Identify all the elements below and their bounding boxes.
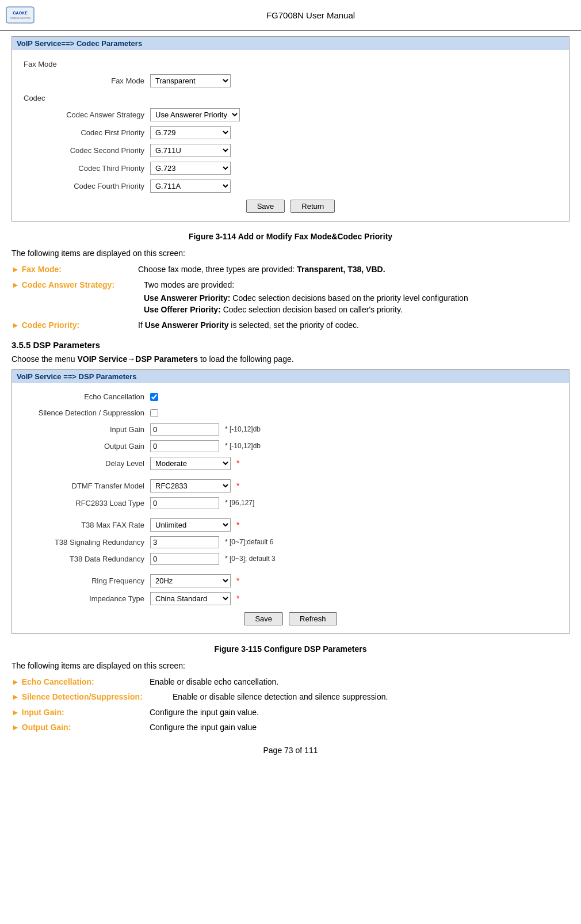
codec-fourth-priority-label: Codec Fourth Priority [24,182,150,190]
desc2-silence-desc: Enable or disable silence detection and … [173,690,569,703]
codec-parameters-panel: VoIP Service==> Codec Parameters Fax Mod… [12,36,569,222]
impedance-type-row: Impedance Type China Standard Other * [12,590,569,608]
desc2-intro: The following items are displayed on thi… [12,659,569,672]
codec-third-priority-row: Codec Third Priority G.723 G.729 G.711U … [12,159,569,177]
t38-max-fax-rate-label: T38 Max FAX Rate [24,521,150,529]
codec-panel-header: VoIP Service==> Codec Parameters [12,37,569,50]
t38-rate-req-star: * [236,520,239,529]
t38-signaling-label: T38 Signaling Redundancy [24,538,150,547]
codec-second-priority-select[interactable]: G.711U G.729 G.711A G.723 [150,144,231,157]
desc2-echo-row: ► Echo Cancellation: Enable or disable e… [12,675,569,688]
input-gain-field[interactable] [150,423,219,436]
t38-signaling-hint: * [0~7];default 6 [225,538,273,546]
desc1-codec-strategy-row: ► Codec Answer Strategy: Two modes are p… [12,278,569,291]
sep2 [12,511,569,516]
desc1-codec-strategy-desc: Two modes are provided: [144,278,569,291]
rfc2833-hint: * [96,127] [225,499,254,507]
dsp-panel-body: Echo Cancellation Silence Detection / Su… [12,383,569,633]
section-355-heading: 3.5.5 DSP Parameters [12,340,569,350]
t38-max-fax-rate-row: T38 Max FAX Rate Unlimited 2400 4800 720… [12,516,569,534]
delay-req-star: * [236,459,239,468]
codec-first-priority-label: Codec First Priority [24,128,150,137]
use-offerer-desc: Codec selection decision based on caller… [223,305,403,314]
desc1-codec-strategy-label: ► Codec Answer Strategy: [12,278,144,291]
figure1-caption: Figure 3-114 Add or Modify Fax Mode&Code… [12,232,569,241]
silence-detection-checkbox[interactable] [150,409,158,417]
desc2-output-gain-label: ► Output Gain: [12,721,150,734]
desc2-silence-row: ► Silence Detection/Suppression: Enable … [12,690,569,703]
ring-freq-req-star: * [236,576,239,585]
codec-answer-strategy-label: Codec Answer Strategy [24,110,150,119]
desc1-fax-mode-label: ► Fax Mode: [12,263,138,276]
figure2-caption: Figure 3-115 Configure DSP Parameters [12,644,569,654]
t38-signaling-field[interactable] [150,536,219,548]
desc1-use-offerer-row: Use Offerer Priority: Codec selection de… [144,305,569,314]
fax-mode-select[interactable]: Transparent T38 VBD [150,74,231,87]
fax-mode-control[interactable]: Transparent T38 VBD [150,74,231,87]
fax-mode-section-label: Fax Mode [12,56,569,72]
rfc2833-load-field[interactable] [150,497,219,509]
ring-frequency-select[interactable]: 20Hz 25Hz 50Hz [150,574,231,587]
codec-second-priority-label: Codec Second Priority [24,146,150,155]
codec-answer-strategy-row: Codec Answer Strategy Use Answerer Prior… [12,106,569,124]
impedance-type-label: Impedance Type [24,594,150,603]
impedance-req-star: * [236,594,239,603]
page-footer: Page 73 of 111 [0,746,581,761]
main-content: VoIP Service==> Codec Parameters Fax Mod… [0,36,581,734]
ring-frequency-row: Ring Frequency 20Hz 25Hz 50Hz * [12,572,569,590]
output-gain-label: Output Gain [24,442,150,450]
codec-fourth-priority-select[interactable]: G.711A G.729 G.711U G.723 [150,180,231,193]
output-gain-field[interactable] [150,440,219,452]
gaoke-logo-icon: GAOKE CREATIVE SOLUTION [6,3,35,26]
desc1-fax-mode-row: ► Fax Mode: Choose fax mode, three types… [12,263,569,276]
document-title: FG7008N User Manual [46,10,575,20]
codec-third-priority-label: Codec Third Priority [24,164,150,173]
desc2-input-gain-row: ► Input Gain: Configure the input gain v… [12,706,569,719]
t38-data-field[interactable] [150,553,219,565]
fax-mode-row: Fax Mode Transparent T38 VBD [12,72,569,90]
codec-second-priority-row: Codec Second Priority G.711U G.729 G.711… [12,142,569,159]
t38-data-hint: * [0~3]; default 3 [225,555,276,563]
fax-mode-label: Fax Mode [24,77,150,85]
dtmf-model-row: DTMF Transfer Model RFC2833 SIP INFO InB… [12,477,569,495]
codec-fourth-priority-row: Codec Fourth Priority G.711A G.729 G.711… [12,177,569,195]
desc1-codec-priority-desc: If Use Answerer Priority is selected, se… [138,319,569,331]
codec-section-label-row: Codec [12,90,569,106]
silence-detection-row: Silence Detection / Suppression [12,405,569,421]
t38-max-fax-rate-select[interactable]: Unlimited 2400 4800 7200 9600 12000 1440… [150,518,231,532]
dsp-save-button[interactable]: Save [244,612,283,625]
echo-cancellation-checkbox[interactable] [150,393,158,401]
codec-third-priority-select[interactable]: G.723 G.729 G.711U G.711A [150,162,231,175]
output-gain-hint: * [-10,12]db [225,442,261,450]
desc2-output-gain-desc: Configure the input gain value [150,721,569,734]
dtmf-req-star: * [236,481,239,490]
logo: GAOKE CREATIVE SOLUTION [6,3,35,26]
delay-level-select[interactable]: Moderate Low High [150,457,231,470]
svg-rect-0 [6,7,34,23]
desc1-intro: The following items are displayed on thi… [12,247,569,259]
page-header: GAOKE CREATIVE SOLUTION FG7008N User Man… [0,0,581,30]
input-gain-hint: * [-10,12]db [225,425,261,433]
codec-save-button[interactable]: Save [246,200,285,213]
t38-data-row: T38 Data Redundancy * [0~3]; default 3 [12,551,569,567]
delay-level-row: Delay Level Moderate Low High * [12,455,569,472]
ring-frequency-label: Ring Frequency [24,576,150,585]
dsp-refresh-button[interactable]: Refresh [289,612,337,625]
use-offerer-label: Use Offerer Priority: [144,305,221,314]
silence-detection-label: Silence Detection / Suppression [24,408,150,417]
t38-signaling-row: T38 Signaling Redundancy * [0~7];default… [12,534,569,551]
dtmf-model-select[interactable]: RFC2833 SIP INFO InBand [150,479,231,492]
desc2-output-gain-row: ► Output Gain: Configure the input gain … [12,721,569,734]
dtmf-model-label: DTMF Transfer Model [24,482,150,490]
page-number: Page 73 of 111 [263,746,318,755]
output-gain-row: Output Gain * [-10,12]db [12,438,569,455]
codec-panel-body: Fax Mode Fax Mode Transparent T38 VBD Co… [12,50,569,221]
input-gain-label: Input Gain [24,425,150,434]
codec-return-button[interactable]: Return [290,200,335,213]
use-answerer-desc: Codec selection decisions based on the p… [232,293,468,303]
codec-first-priority-row: Codec First Priority G.729 G.711U G.711A… [12,124,569,142]
impedance-type-select[interactable]: China Standard Other [150,592,231,605]
desc1-codec-priority-row: ► Codec Priority: If Use Answerer Priori… [12,319,569,331]
codec-answer-strategy-select[interactable]: Use Answerer Priority Use Offerer Priori… [150,108,240,121]
codec-first-priority-select[interactable]: G.729 G.711U G.711A G.723 [150,126,231,139]
